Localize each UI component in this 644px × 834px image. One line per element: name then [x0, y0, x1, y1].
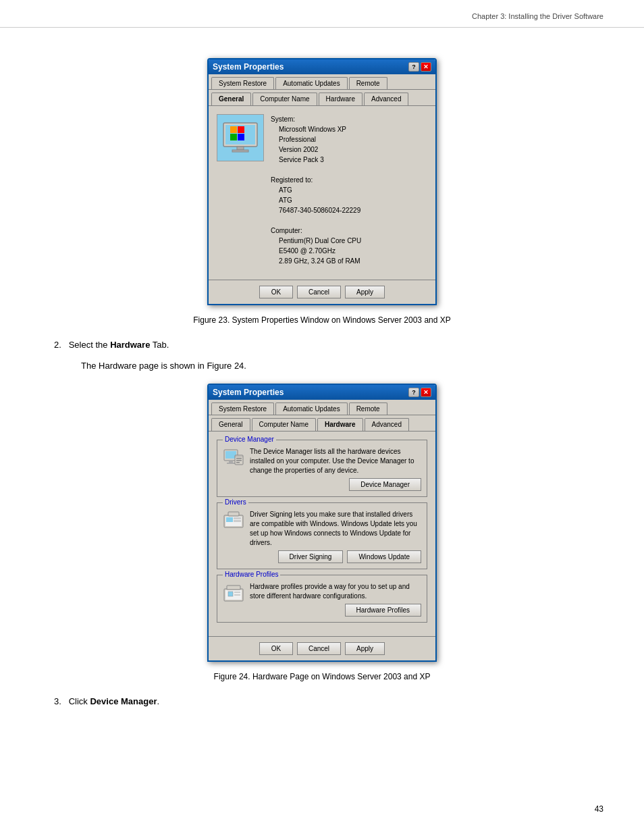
system-properties-dialog-1: System Properties ? ✕ System Restore Aut… [207, 58, 437, 305]
figure2-caption: Figure 24. Hardware Page on Windows Serv… [54, 672, 590, 681]
tab-automatic-updates-2[interactable]: Automatic Updates [275, 402, 348, 415]
tab-advanced-2[interactable]: Advanced [365, 418, 409, 431]
system-label: System: [271, 114, 361, 124]
registered-label: Registered to: [271, 175, 361, 185]
drivers-right: Driver Signing lets you make sure that i… [250, 510, 421, 563]
device-manager-icon [223, 447, 244, 469]
drivers-desc: Driver Signing lets you make sure that i… [250, 510, 421, 548]
tab-general-2[interactable]: General [211, 418, 250, 431]
dialog2-tabs-row1: System Restore Automatic Updates Remote [209, 400, 435, 415]
dialog1-title: System Properties [213, 62, 284, 72]
dialog1-help-btn[interactable]: ? [408, 62, 419, 72]
drivers-content: Driver Signing lets you make sure that i… [223, 510, 421, 563]
device-manager-title: Device Manager [223, 436, 276, 443]
dialog2-ok-btn[interactable]: OK [259, 642, 293, 655]
svg-rect-27 [234, 592, 240, 593]
dialog1-close-btn[interactable]: ✕ [421, 62, 431, 72]
dialog2-tabs-row2: General Computer Name Hardware Advanced [209, 415, 435, 432]
driver-signing-button[interactable]: Driver Signing [278, 550, 344, 563]
svg-rect-10 [229, 461, 233, 463]
device-manager-button[interactable]: Device Manager [349, 478, 421, 491]
drivers-title: Drivers [223, 498, 248, 506]
svg-rect-20 [234, 517, 241, 519]
figure1-container: System Properties ? ✕ System Restore Aut… [54, 58, 590, 305]
svg-rect-3 [238, 126, 244, 133]
svg-rect-26 [228, 592, 233, 596]
dialog1-tabs-row2: General Computer Name Hardware Advanced [209, 90, 435, 106]
drivers-groupbox: Drivers [217, 502, 427, 569]
dialog1-system-section: System: Microsoft Windows XP Professiona… [217, 114, 427, 266]
svg-rect-14 [236, 458, 242, 459]
dialog2-cancel-btn[interactable]: Cancel [297, 642, 341, 655]
svg-rect-21 [234, 520, 241, 522]
tab-remote-1[interactable]: Remote [349, 77, 387, 89]
figure1-caption: Figure 23. System Properties Window on W… [54, 315, 590, 325]
svg-rect-22 [228, 512, 239, 516]
hardware-profiles-content: Hardware profiles provide a way for you … [223, 582, 421, 617]
step2-text: 2. Select the Hardware Tab. [54, 338, 590, 353]
drivers-buttons: Driver Signing Windows Update [250, 550, 421, 563]
device-manager-right: The Device Manager lists all the hardwar… [250, 447, 421, 491]
system-properties-dialog-2: System Properties ? ✕ System Restore Aut… [207, 384, 437, 662]
svg-rect-7 [232, 150, 248, 152]
hardware-profiles-desc: Hardware profiles provide a way for you … [250, 582, 421, 601]
dialog1-ok-btn[interactable]: OK [259, 286, 293, 298]
tab-general-1[interactable]: General [211, 93, 251, 105]
hardware-profiles-groupbox: Hardware Profiles [217, 575, 427, 623]
dialog2-footer: OK Cancel Apply [209, 636, 435, 660]
computer-info: Pentium(R) Dual Core CPU E5400 @ 2.70GHz… [279, 236, 361, 266]
hardware-profiles-title: Hardware Profiles [223, 571, 280, 578]
dialog1-cancel-btn[interactable]: Cancel [297, 286, 341, 298]
windows-update-button[interactable]: Windows Update [347, 550, 421, 563]
svg-rect-5 [238, 134, 244, 140]
figure2-container: System Properties ? ✕ System Restore Aut… [54, 384, 590, 662]
windows-logo [217, 114, 264, 161]
svg-rect-6 [237, 147, 244, 150]
dialog1-body: System: Microsoft Windows XP Professiona… [209, 106, 435, 280]
hardware-profiles-icon [223, 582, 244, 604]
svg-rect-11 [227, 463, 235, 464]
step2-subtext: The Hardware page is shown in Figure 24. [81, 359, 590, 373]
dialog1-footer: OK Cancel Apply [209, 280, 435, 304]
device-manager-buttons: Device Manager [250, 478, 421, 491]
registered-info: ATG ATG 76487-340-5086024-22229 [279, 185, 361, 215]
dialog2-body: Device Manager [209, 432, 435, 636]
system-info: Microsoft Windows XP Professional Versio… [279, 124, 361, 165]
svg-rect-15 [236, 460, 242, 461]
step3-text: 3. Click Device Manager. [54, 695, 590, 709]
tab-computer-name-2[interactable]: Computer Name [252, 418, 316, 431]
svg-rect-28 [234, 594, 240, 596]
hardware-profiles-button[interactable]: Hardware Profiles [345, 604, 421, 617]
tab-system-restore-2[interactable]: System Restore [211, 402, 274, 415]
page-header: Chapter 3: Installing the Driver Softwar… [0, 0, 644, 28]
svg-rect-19 [226, 517, 233, 522]
tab-automatic-updates-1[interactable]: Automatic Updates [275, 77, 348, 89]
dialog1-apply-btn[interactable]: Apply [345, 286, 385, 298]
tab-computer-name-1[interactable]: Computer Name [252, 93, 317, 105]
tab-hardware-1[interactable]: Hardware [319, 93, 363, 105]
dialog1-title-buttons: ? ✕ [408, 62, 431, 72]
svg-rect-2 [230, 126, 237, 133]
dialog2-title-buttons: ? ✕ [408, 388, 431, 397]
svg-rect-25 [227, 585, 240, 590]
tab-hardware-2[interactable]: Hardware [317, 418, 363, 431]
computer-label: Computer: [271, 226, 361, 236]
drivers-icon [223, 510, 244, 531]
device-manager-content: The Device Manager lists all the hardwar… [223, 447, 421, 491]
dialog1-tabs-row1: System Restore Automatic Updates Remote [209, 74, 435, 90]
svg-rect-16 [236, 462, 240, 463]
tab-remote-2[interactable]: Remote [349, 402, 387, 415]
device-manager-groupbox: Device Manager [217, 440, 427, 497]
device-manager-desc: The Device Manager lists all the hardwar… [250, 447, 421, 475]
dialog1-titlebar: System Properties ? ✕ [209, 59, 435, 74]
tab-advanced-1[interactable]: Advanced [364, 93, 408, 105]
dialog2-help-btn[interactable]: ? [408, 388, 419, 397]
dialog2-apply-btn[interactable]: Apply [345, 642, 385, 655]
hardware-profiles-buttons: Hardware Profiles [250, 604, 421, 617]
svg-rect-4 [230, 134, 237, 140]
dialog2-titlebar: System Properties ? ✕ [209, 385, 435, 400]
tab-system-restore-1[interactable]: System Restore [211, 77, 274, 89]
hardware-profiles-right: Hardware profiles provide a way for you … [250, 582, 421, 617]
dialog1-system-info: System: Microsoft Windows XP Professiona… [271, 114, 361, 266]
dialog2-close-btn[interactable]: ✕ [421, 388, 431, 397]
